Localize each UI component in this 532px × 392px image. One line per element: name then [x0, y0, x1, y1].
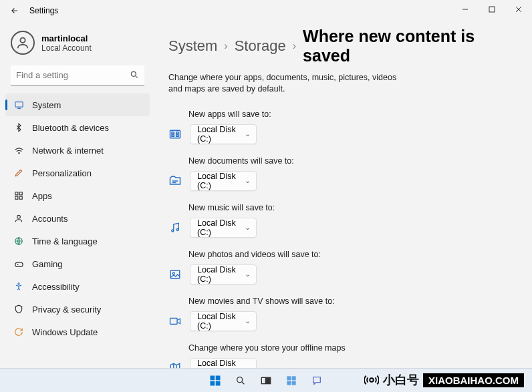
chevron-down-icon: ⌄ — [245, 363, 251, 368]
user-block[interactable]: martinlocal Local Account — [5, 28, 150, 63]
sidebar: martinlocal Local Account System Bluetoo… — [0, 21, 155, 368]
sidebar-item-label: Windows Update — [32, 327, 98, 337]
sidebar-item-update[interactable]: Windows Update — [5, 321, 150, 343]
minimize-button[interactable] — [452, 0, 479, 19]
music-icon — [168, 221, 182, 234]
accounts-icon — [13, 213, 24, 224]
search-icon — [130, 70, 139, 82]
svg-rect-30 — [170, 270, 180, 278]
main-content: System › Storage › Where new content is … — [155, 21, 532, 368]
svg-line-6 — [135, 75, 137, 77]
chevron-right-icon: › — [293, 40, 296, 52]
svg-point-29 — [176, 228, 178, 230]
globe-icon — [13, 236, 24, 246]
svg-rect-42 — [287, 376, 291, 380]
svg-rect-40 — [261, 377, 265, 383]
setting-label: New music will save to: — [168, 203, 513, 212]
close-button[interactable] — [505, 0, 532, 19]
svg-rect-13 — [15, 196, 18, 199]
widgets-button[interactable] — [281, 371, 302, 390]
svg-point-46 — [370, 378, 374, 382]
svg-rect-34 — [211, 375, 215, 380]
documents-folder-icon — [168, 174, 182, 188]
setting-label: New documents will save to: — [168, 156, 513, 166]
photos-icon — [168, 268, 182, 281]
window-title: Settings — [29, 6, 58, 15]
svg-rect-17 — [15, 262, 22, 266]
svg-rect-41 — [267, 377, 271, 383]
svg-rect-24 — [172, 135, 174, 137]
sidebar-item-label: Network & internet — [32, 146, 104, 156]
task-view[interactable] — [255, 371, 277, 390]
user-type: Local Account — [41, 43, 92, 53]
svg-rect-25 — [176, 135, 178, 137]
svg-point-4 — [20, 38, 25, 43]
chevron-down-icon: ⌄ — [245, 176, 251, 185]
avatar — [11, 31, 35, 55]
breadcrumb-storage[interactable]: Storage — [235, 37, 286, 55]
music-drive-select[interactable]: Local Disk (C:)⌄ — [190, 218, 257, 238]
svg-point-31 — [172, 272, 174, 274]
update-icon — [13, 327, 24, 337]
watermark: 小白号 XIAOBAIHAO.COM — [364, 372, 524, 388]
sidebar-item-label: Bluetooth & devices — [32, 123, 109, 133]
svg-rect-44 — [287, 381, 291, 385]
search-input[interactable] — [11, 65, 144, 85]
sidebar-item-personalization[interactable]: Personalization — [5, 162, 150, 184]
sidebar-item-label: Accessibility — [32, 282, 80, 292]
sidebar-item-privacy[interactable]: Privacy & security — [5, 298, 150, 321]
setting-label: New apps will save to: — [168, 110, 513, 119]
accessibility-icon — [13, 281, 24, 292]
bluetooth-icon — [13, 122, 24, 133]
chevron-right-icon: › — [224, 40, 227, 52]
svg-rect-12 — [19, 192, 22, 195]
back-button[interactable] — [5, 1, 24, 20]
taskbar-search[interactable] — [230, 371, 251, 390]
movies-drive-select[interactable]: Local Disk (C:)⌄ — [190, 311, 257, 331]
sidebar-item-label: Accounts — [32, 214, 68, 224]
page-description: Change where your apps, documents, music… — [168, 72, 409, 95]
svg-rect-35 — [216, 375, 221, 380]
breadcrumb-system[interactable]: System — [168, 37, 217, 55]
setting-label: Change where you store your offline maps — [168, 343, 513, 353]
svg-rect-43 — [292, 376, 296, 380]
sidebar-item-label: Time & language — [32, 236, 98, 246]
chevron-down-icon: ⌄ — [245, 223, 251, 232]
sidebar-item-bluetooth[interactable]: Bluetooth & devices — [5, 116, 150, 139]
sidebar-item-label: Gaming — [32, 259, 63, 269]
svg-point-38 — [237, 377, 243, 382]
svg-point-5 — [131, 71, 136, 76]
sidebar-item-system[interactable]: System — [5, 93, 150, 116]
svg-rect-11 — [15, 192, 18, 195]
svg-rect-1 — [489, 7, 495, 12]
apps-drive-select[interactable]: Local Disk (C:)⌄ — [190, 124, 257, 144]
photos-drive-select[interactable]: Local Disk (C:)⌄ — [190, 264, 257, 284]
setting-label: New movies and TV shows will save to: — [168, 297, 513, 306]
sidebar-item-apps[interactable]: Apps — [5, 184, 150, 207]
sidebar-item-label: Privacy & security — [32, 305, 101, 315]
svg-rect-7 — [15, 102, 22, 107]
sidebar-item-accounts[interactable]: Accounts — [5, 207, 150, 230]
chevron-down-icon: ⌄ — [245, 270, 251, 278]
svg-point-20 — [18, 283, 19, 284]
sidebar-item-network[interactable]: Network & internet — [5, 139, 150, 162]
system-icon — [13, 100, 24, 110]
chat-button[interactable] — [306, 371, 327, 390]
shield-icon — [13, 304, 24, 315]
maps-icon — [168, 361, 182, 368]
sidebar-item-time[interactable]: Time & language — [5, 230, 150, 252]
documents-drive-select[interactable]: Local Disk (C:)⌄ — [190, 171, 257, 191]
maps-drive-select[interactable]: Local Disk (C:)⌄ — [190, 358, 257, 368]
sidebar-item-gaming[interactable]: Gaming — [5, 252, 150, 275]
sidebar-item-label: System — [32, 100, 61, 110]
svg-rect-23 — [176, 132, 178, 134]
sidebar-item-accessibility[interactable]: Accessibility — [5, 275, 150, 298]
video-icon — [168, 315, 182, 328]
svg-point-28 — [172, 230, 174, 232]
maximize-button[interactable] — [479, 0, 505, 19]
chevron-down-icon: ⌄ — [245, 130, 251, 138]
svg-rect-45 — [292, 381, 296, 385]
page-title: Where new content is saved — [303, 27, 513, 65]
start-button[interactable] — [205, 371, 226, 390]
wifi-icon — [13, 145, 24, 156]
